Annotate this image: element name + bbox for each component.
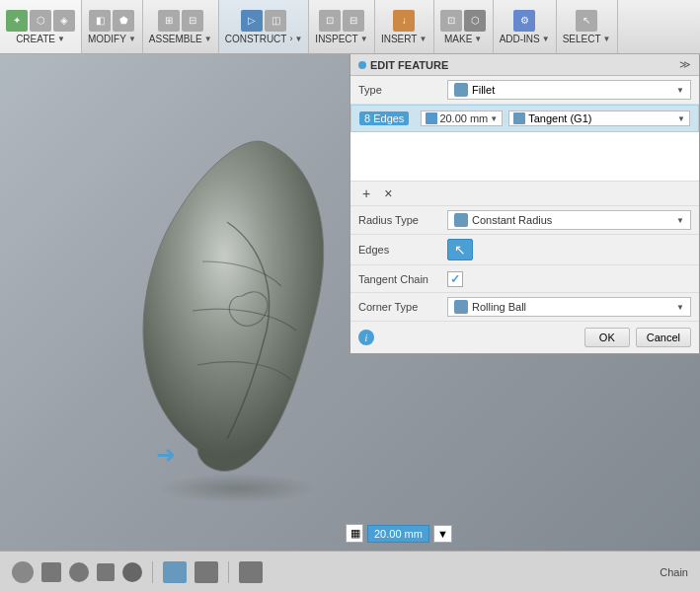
addins-icon: ⚙ <box>513 10 535 32</box>
insert-label: INSERT ▼ <box>381 34 427 44</box>
measure-icon-box: ▦ <box>346 524 363 543</box>
radius-type-arrow: ▼ <box>676 216 684 225</box>
corner-type-arrow: ▼ <box>676 303 684 312</box>
cancel-button[interactable]: Cancel <box>636 328 691 347</box>
inspect-icon2: ⊟ <box>343 10 364 32</box>
select-icon: ↖ <box>576 10 597 32</box>
corner-type-icon <box>454 300 468 314</box>
statusbar-icon-8[interactable] <box>239 561 263 583</box>
edit-feature-panel: EDIT FEATURE ≫ Type Fillet ▼ 8 Edges <box>350 54 700 354</box>
edges-size-value: 20.00 mm <box>439 112 488 124</box>
measure-dropdown[interactable]: ▼ <box>433 525 452 543</box>
panel-status-dot <box>358 61 366 69</box>
direction-arrow: ➜ <box>156 441 176 469</box>
svg-point-0 <box>158 474 316 503</box>
toolbar-group-addins[interactable]: ⚙ ADD-INS ▼ <box>494 0 557 53</box>
tangent-value: Tangent (G1) <box>528 112 591 124</box>
tangent-dropdown-arrow: ▼ <box>677 114 685 123</box>
construct-label: CONSTRUCT › ▼ <box>225 34 303 44</box>
statusbar-icon-6[interactable] <box>163 561 187 583</box>
panel-bottom-row: i OK Cancel <box>350 322 699 353</box>
make-icon: ⊡ <box>440 10 462 32</box>
statusbar-icon-1[interactable] <box>12 561 34 583</box>
statusbar-icon-2[interactable] <box>41 562 61 582</box>
edges-label-2: Edges <box>358 244 447 256</box>
edges-size-box[interactable]: 20.00 mm ▼ <box>421 111 503 126</box>
construct-icon2: ◫ <box>265 10 286 32</box>
addins-chevron: ▼ <box>542 35 550 43</box>
radius-type-select[interactable]: Constant Radius ▼ <box>447 210 691 230</box>
corner-type-select[interactable]: Rolling Ball ▼ <box>447 297 691 317</box>
statusbar-icon-4[interactable] <box>97 563 115 581</box>
create-icon3: ◈ <box>53 10 75 32</box>
create-chevron: ▼ <box>57 35 65 43</box>
ok-button[interactable]: OK <box>584 328 630 347</box>
toolbar-group-select[interactable]: ↖ SELECT ▼ <box>557 0 618 53</box>
add-edge-button[interactable]: + <box>358 185 374 201</box>
select-chevron: ▼ <box>603 35 611 43</box>
type-dropdown-arrow: ▼ <box>676 86 684 95</box>
toolbar-group-assemble[interactable]: ⊞ ⊟ ASSEMBLE ▼ <box>143 0 219 53</box>
toolbar-group-modify[interactable]: ◧ ⬟ MODIFY ▼ <box>82 0 143 53</box>
toolbar: ✦ ⬡ ◈ CREATE ▼ ◧ ⬟ MODIFY ▼ ⊞ ⊟ ASSEMBLE… <box>0 0 700 54</box>
modify-icon: ◧ <box>89 10 111 32</box>
make-chevron: ▼ <box>474 35 482 43</box>
create-label: CREATE ▼ <box>16 34 65 44</box>
insert-chevron: ▼ <box>419 35 427 43</box>
edges-cursor-icon: ↖ <box>454 242 466 258</box>
modify-icon2: ⬟ <box>113 10 134 32</box>
statusbar-chain-label: Chain <box>660 566 688 578</box>
radius-type-label: Radius Type <box>358 214 447 226</box>
construct-icon: ▷ <box>241 10 263 32</box>
inspect-label: INSPECT ▼ <box>315 34 367 44</box>
edges-row-2: Edges ↖ <box>350 235 699 265</box>
edges-row: 8 Edges 20.00 mm ▼ Tangent (G1) ▼ <box>350 105 699 132</box>
measure-display: ▦ 20.00 mm ▼ <box>346 524 452 543</box>
dialog-buttons: OK Cancel <box>584 328 691 347</box>
toolbar-group-insert[interactable]: ↓ INSERT ▼ <box>375 0 434 53</box>
corner-type-row: Corner Type Rolling Ball ▼ <box>350 293 699 322</box>
tangent-chain-checkbox[interactable]: ✓ <box>447 271 463 287</box>
panel-title: EDIT FEATURE <box>370 59 448 71</box>
measure-value[interactable]: 20.00 mm <box>367 525 429 543</box>
type-select[interactable]: Fillet ▼ <box>447 80 691 100</box>
radius-type-row: Radius Type Constant Radius ▼ <box>350 206 699 235</box>
checkmark: ✓ <box>450 272 460 286</box>
size-dropdown-arrow[interactable]: ▼ <box>490 114 498 123</box>
type-row: Type Fillet ▼ <box>350 76 699 105</box>
radius-type-value: Constant Radius <box>472 214 552 226</box>
remove-edge-button[interactable]: × <box>380 185 396 201</box>
assemble-icon2: ⊟ <box>182 10 203 32</box>
assemble-icon: ⊞ <box>158 10 180 32</box>
statusbar-icon-5[interactable] <box>122 562 142 582</box>
3d-shape <box>99 113 375 508</box>
tangent-select[interactable]: Tangent (G1) ▼ <box>508 111 690 126</box>
inspect-icon: ⊡ <box>319 10 341 32</box>
toolbar-group-construct[interactable]: ▷ ◫ CONSTRUCT › ▼ <box>219 0 310 53</box>
canvas-area[interactable]: ➜ X Y Z RIGHT EDIT FEATURE ≫ <box>0 54 700 551</box>
tangent-icon <box>513 112 525 124</box>
make-icon2: ⬡ <box>464 10 486 32</box>
fillet-icon <box>454 83 468 97</box>
tangent-chain-label: Tangent Chain <box>358 273 447 285</box>
select-label: SELECT ▼ <box>563 34 611 44</box>
create-icon: ✦ <box>6 10 28 32</box>
type-label: Type <box>358 84 447 96</box>
statusbar-icon-7[interactable] <box>194 561 218 583</box>
modify-chevron: ▼ <box>128 35 136 43</box>
edges-select-button[interactable]: ↖ <box>447 239 473 260</box>
statusbar-icons <box>12 561 263 583</box>
toolbar-group-create[interactable]: ✦ ⬡ ◈ CREATE ▼ <box>0 0 82 53</box>
addins-label: ADD-INS ▼ <box>500 34 550 44</box>
toolbar-group-make[interactable]: ⊡ ⬡ MAKE ▼ <box>434 0 494 53</box>
assemble-chevron: ▼ <box>204 35 212 43</box>
toolbar-group-inspect[interactable]: ⊡ ⊟ INSPECT ▼ <box>309 0 374 53</box>
checkbox-icon[interactable]: ✓ <box>447 271 463 287</box>
statusbar-icon-3[interactable] <box>69 562 89 582</box>
info-button[interactable]: i <box>358 330 374 345</box>
panel-expand-btn[interactable]: ≫ <box>679 58 691 71</box>
action-row: + × <box>350 182 699 206</box>
insert-icon: ↓ <box>393 10 415 32</box>
assemble-label: ASSEMBLE ▼ <box>149 34 212 44</box>
inspect-chevron: ▼ <box>360 35 368 43</box>
